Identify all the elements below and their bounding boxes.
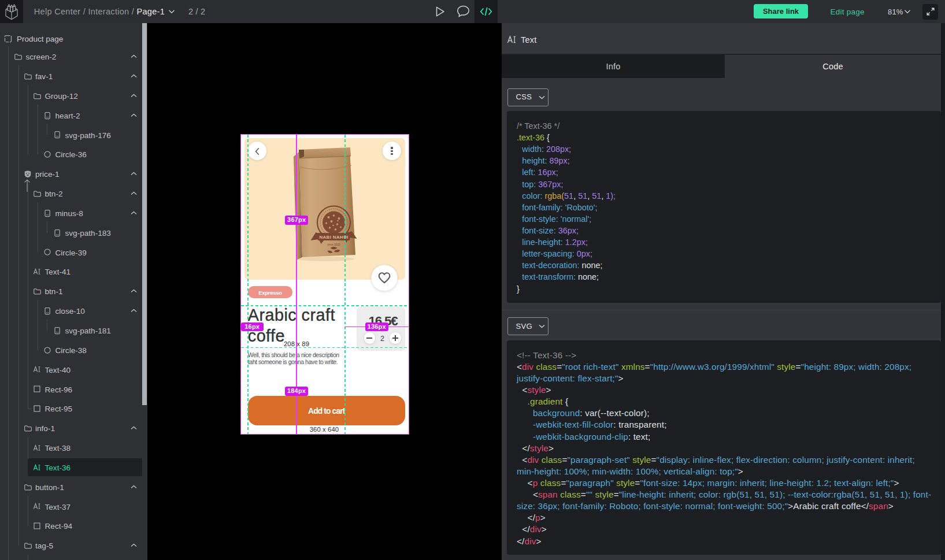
svg-text:since 2020: since 2020 (328, 243, 340, 246)
svg-text:NABI NAHUI: NABI NAHUI (319, 235, 348, 240)
